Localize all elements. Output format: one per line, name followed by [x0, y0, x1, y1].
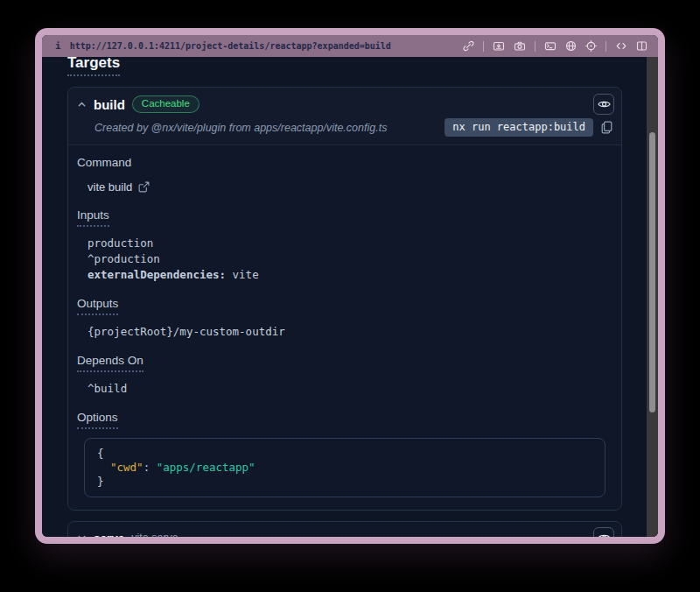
target-card-serve: serve vite serve [67, 521, 622, 537]
serve-card-header: serve vite serve [68, 522, 621, 537]
download-icon[interactable] [493, 40, 505, 52]
command-value: vite build [88, 180, 132, 194]
options-json-line: } [97, 475, 592, 489]
browser-window: i http://127.0.0.1:4211/project-details/… [35, 28, 665, 544]
created-by-text: Created by @nx/vite/plugin from apps/rea… [94, 122, 387, 134]
target-icon[interactable] [585, 40, 597, 52]
toolbar-actions [463, 40, 648, 52]
target-name[interactable]: serve [94, 532, 124, 538]
output-item: {projectRoot}/my-custom-outdir [88, 324, 606, 340]
scrollbar-track[interactable] [647, 57, 658, 537]
depends-on-item: ^build [88, 381, 606, 397]
target-subtitle: vite serve [131, 532, 178, 537]
info-icon: i [55, 40, 61, 52]
run-command-chip[interactable]: nx run reactapp:build [444, 118, 593, 137]
page-title: Targets [67, 57, 120, 76]
chevron-up-icon[interactable] [77, 100, 87, 109]
toolbar-divider [535, 41, 536, 52]
external-link-icon[interactable] [138, 181, 150, 193]
target-name[interactable]: build [94, 97, 125, 112]
options-code-block: { "cwd": "apps/reactapp" } [84, 438, 606, 497]
input-item: ^production [88, 251, 606, 267]
depends-on-list: ^build [88, 381, 606, 397]
build-card-header: build Cacheable Created by @nx/vite/plug… [68, 88, 621, 145]
cacheable-badge: Cacheable [132, 95, 200, 114]
toolbar-divider [483, 41, 484, 52]
globe-icon[interactable] [565, 40, 577, 52]
terminal-icon[interactable] [544, 40, 556, 52]
input-item: production [88, 236, 606, 251]
split-panel-icon[interactable] [636, 40, 648, 52]
browser-toolbar: i http://127.0.0.1:4211/project-details/… [42, 35, 658, 57]
input-item: externalDependencies: vite [88, 267, 606, 283]
scrollbar-thumb[interactable] [649, 132, 655, 412]
copy-icon[interactable] [601, 121, 612, 134]
view-details-button[interactable] [593, 94, 614, 115]
section-label-inputs: Inputs [77, 208, 109, 227]
toolbar-divider [606, 41, 606, 52]
section-label-command: Command [77, 156, 131, 170]
section-label-outputs: Outputs [77, 297, 118, 315]
options-json-line: "cwd": "apps/reactapp" [97, 461, 592, 475]
view-details-button[interactable] [593, 527, 614, 537]
camera-icon[interactable] [514, 40, 526, 52]
build-card-body: Command vite build Inputs production ^pr… [68, 145, 621, 510]
options-json-line: { [97, 447, 592, 461]
target-card-build: build Cacheable Created by @nx/vite/plug… [67, 87, 622, 511]
page-content: Targets build Cacheable [42, 57, 658, 537]
url-bar[interactable]: http://127.0.0.1:4211/project-details/re… [70, 41, 391, 51]
section-label-options: Options [77, 411, 118, 429]
section-label-depends-on: Depends On [77, 354, 144, 372]
chevron-down-icon[interactable] [77, 533, 87, 537]
inputs-list: production ^production externalDependenc… [88, 236, 606, 283]
link-icon[interactable] [463, 40, 474, 52]
outputs-list: {projectRoot}/my-custom-outdir [88, 324, 606, 340]
code-icon[interactable] [615, 40, 627, 52]
